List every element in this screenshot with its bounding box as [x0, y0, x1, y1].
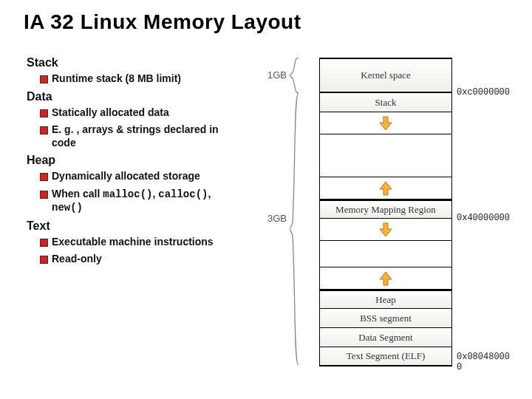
arrow-down-icon: [319, 112, 452, 134]
brace-icon: [290, 93, 300, 365]
address-kernel: 0xc0000000: [457, 87, 510, 98]
section-heading-heap: Heap: [27, 154, 233, 167]
heap-item: Dynamically allocated storage: [40, 170, 233, 183]
segment-gap: [319, 241, 452, 267]
section-heading-stack: Stack: [27, 56, 233, 69]
address-mmap: 0x40000000: [457, 213, 510, 223]
stack-item: Runtime stack (8 MB limit): [40, 72, 233, 86]
segment-mmap: Memory Mapping Region: [319, 200, 452, 219]
size-label-1gb: 1GB: [260, 69, 287, 81]
segment-text: Text Segment (ELF): [319, 347, 452, 366]
brace-icon: [290, 58, 300, 93]
description-column: Stack Runtime stack (8 MB limit) Data St…: [27, 52, 233, 270]
segment-heap: Heap: [319, 290, 452, 309]
section-heading-text: Text: [27, 219, 233, 233]
heap-item: When call malloc(), calloc(), new(): [40, 188, 233, 215]
data-item: Statically allocated data: [40, 106, 233, 120]
segment-kernel: Kernel space: [319, 58, 452, 93]
text-item: Executable machine instructions: [40, 236, 233, 249]
address-text: 0x08048000: [457, 352, 510, 362]
size-label-3gb: 3GB: [260, 213, 287, 224]
segment-gap: [319, 134, 452, 177]
segment-stack: Stack: [319, 93, 452, 112]
memory-layout-diagram: 1GB 3GB Kernel space Stack Memory Mappin…: [266, 58, 517, 375]
memory-column: Kernel space Stack Memory Mapping Region…: [319, 58, 452, 366]
text-item: Read-only: [40, 253, 233, 266]
arrow-up-icon: [319, 267, 452, 290]
segment-bss: BSS segment: [319, 309, 452, 328]
arrow-down-icon: [319, 219, 452, 241]
segment-data: Data Segment: [319, 328, 452, 347]
page-title: IA 32 Linux Memory Layout: [24, 10, 301, 34]
arrow-up-icon: [319, 177, 452, 200]
data-item: E. g. , arrays & strings declared in cod…: [40, 123, 233, 149]
section-heading-data: Data: [27, 90, 233, 103]
address-zero: 0: [457, 362, 462, 372]
